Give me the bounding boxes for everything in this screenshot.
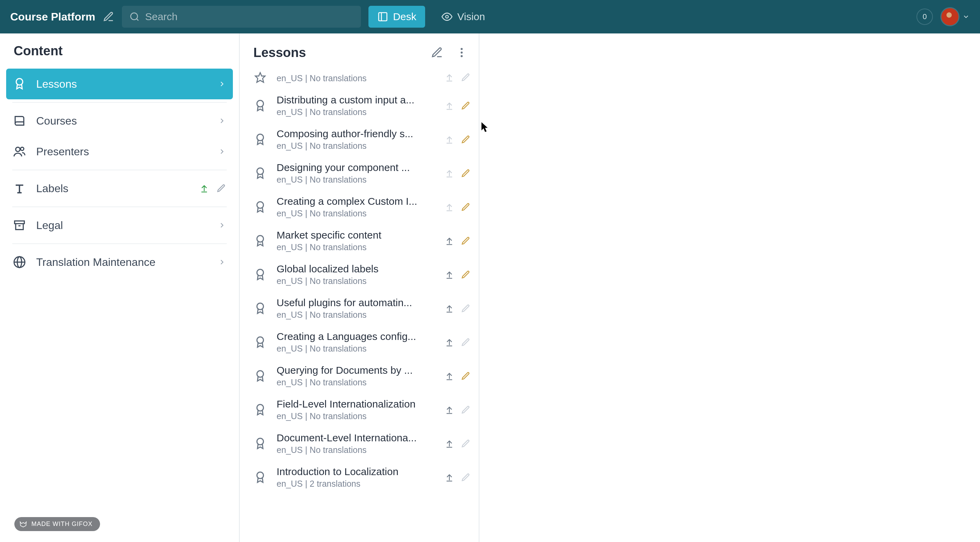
lesson-row[interactable]: Market specific contenten_US | No transl… bbox=[240, 224, 479, 258]
publish-icon[interactable] bbox=[445, 304, 454, 313]
sidebar-item-labels[interactable]: Labels bbox=[6, 173, 233, 204]
lesson-subtitle: en_US | No translations bbox=[277, 141, 436, 151]
lesson-row[interactable]: Creating a complex Custom I...en_US | No… bbox=[240, 190, 479, 224]
svg-line-1 bbox=[137, 19, 138, 21]
lesson-row[interactable]: Querying for Documents by ...en_US | No … bbox=[240, 359, 479, 393]
svg-point-31 bbox=[257, 303, 264, 310]
publish-icon[interactable] bbox=[445, 405, 454, 415]
lessons-title: Lessons bbox=[253, 45, 422, 60]
new-lesson-button[interactable] bbox=[428, 44, 446, 62]
ribbon-icon bbox=[252, 336, 268, 349]
compose-icon[interactable] bbox=[103, 11, 115, 22]
svg-point-0 bbox=[131, 13, 138, 20]
lesson-subtitle: en_US | No translations bbox=[277, 175, 436, 184]
avatar bbox=[940, 7, 959, 26]
lessons-list[interactable]: en_US | No translationsDistributing a cu… bbox=[240, 72, 479, 542]
lesson-row[interactable]: Designing your component ...en_US | No t… bbox=[240, 156, 479, 190]
search-icon bbox=[129, 12, 140, 22]
sidebar-item-label: Translation Maintenance bbox=[36, 256, 208, 269]
lesson-title: Distributing a custom input a... bbox=[277, 94, 436, 106]
lesson-row[interactable]: Introduction to Localizationen_US | 2 tr… bbox=[240, 461, 479, 494]
detail-area bbox=[479, 33, 980, 542]
edit-icon[interactable] bbox=[461, 473, 471, 482]
svg-point-33 bbox=[257, 337, 264, 343]
ribbon-icon bbox=[252, 99, 268, 112]
publish-icon[interactable] bbox=[445, 337, 454, 347]
publish-icon[interactable] bbox=[445, 73, 454, 82]
ribbon-icon bbox=[252, 133, 268, 146]
chevron-down-icon bbox=[962, 13, 970, 21]
sidebar-item-presenters[interactable]: Presenters bbox=[6, 136, 233, 167]
cursor-icon bbox=[482, 122, 490, 132]
ribbon-icon bbox=[252, 234, 268, 248]
lesson-subtitle: en_US | No translations bbox=[277, 344, 436, 354]
lessons-menu-button[interactable] bbox=[453, 44, 471, 62]
lesson-row[interactable]: Composing author-friendly s...en_US | No… bbox=[240, 122, 479, 156]
notification-count[interactable]: 0 bbox=[916, 8, 933, 25]
svg-point-14 bbox=[461, 48, 463, 50]
edit-icon[interactable] bbox=[461, 304, 471, 313]
svg-point-7 bbox=[21, 147, 24, 151]
lesson-title: Creating a Languages config... bbox=[277, 331, 436, 342]
svg-point-6 bbox=[16, 147, 20, 151]
divider bbox=[12, 102, 227, 103]
lesson-row[interactable]: Global localized labelsen_US | No transl… bbox=[240, 258, 479, 291]
edit-icon[interactable] bbox=[461, 168, 471, 178]
typography-icon bbox=[13, 182, 26, 195]
mode-desk-button[interactable]: Desk bbox=[368, 6, 425, 28]
edit-icon[interactable] bbox=[461, 101, 471, 111]
edit-icon[interactable] bbox=[216, 184, 226, 193]
sidebar-item-lessons[interactable]: Lessons bbox=[6, 68, 233, 99]
lesson-row[interactable]: Field-Level Internationalizationen_US | … bbox=[240, 393, 479, 427]
lesson-subtitle: en_US | No translations bbox=[277, 73, 436, 83]
sidebar-item-courses[interactable]: Courses bbox=[6, 105, 233, 136]
panels-icon bbox=[377, 11, 388, 22]
svg-point-37 bbox=[257, 404, 264, 411]
publish-icon[interactable] bbox=[445, 202, 454, 212]
edit-icon[interactable] bbox=[461, 135, 471, 145]
edit-icon[interactable] bbox=[461, 270, 471, 280]
edit-icon[interactable] bbox=[461, 236, 471, 246]
search-input[interactable] bbox=[145, 11, 353, 22]
lesson-row[interactable]: Creating a Languages config...en_US | No… bbox=[240, 325, 479, 359]
publish-icon[interactable] bbox=[445, 473, 454, 482]
mode-vision-button[interactable]: Vision bbox=[433, 6, 494, 28]
lesson-row[interactable]: Useful plugins for automatin...en_US | N… bbox=[240, 291, 479, 325]
sidebar-item-translation-maintenance[interactable]: Translation Maintenance bbox=[6, 247, 233, 278]
svg-rect-2 bbox=[379, 13, 387, 21]
edit-icon[interactable] bbox=[461, 337, 471, 347]
svg-point-16 bbox=[461, 55, 463, 57]
star-icon bbox=[252, 72, 268, 83]
edit-icon[interactable] bbox=[461, 73, 471, 82]
publish-icon[interactable] bbox=[199, 184, 209, 193]
publish-icon[interactable] bbox=[445, 168, 454, 178]
lesson-row[interactable]: en_US | No translations bbox=[240, 72, 479, 89]
ribbon-icon bbox=[252, 167, 268, 180]
edit-icon[interactable] bbox=[461, 202, 471, 212]
edit-icon[interactable] bbox=[461, 371, 471, 381]
ribbon-icon bbox=[252, 404, 268, 416]
search-field[interactable] bbox=[122, 6, 361, 28]
people-icon bbox=[13, 145, 26, 158]
lesson-row[interactable]: Distributing a custom input a...en_US | … bbox=[240, 89, 479, 122]
publish-icon[interactable] bbox=[445, 270, 454, 280]
lesson-row[interactable]: Document-Level Internationa...en_US | No… bbox=[240, 427, 479, 461]
lesson-title: Document-Level Internationa... bbox=[277, 432, 436, 444]
publish-icon[interactable] bbox=[445, 236, 454, 246]
edit-icon[interactable] bbox=[461, 405, 471, 415]
lesson-title: Useful plugins for automatin... bbox=[277, 297, 436, 308]
publish-icon[interactable] bbox=[445, 101, 454, 111]
user-menu[interactable] bbox=[940, 7, 970, 26]
publish-icon[interactable] bbox=[445, 135, 454, 145]
publish-icon[interactable] bbox=[445, 439, 454, 448]
edit-icon[interactable] bbox=[461, 439, 471, 448]
lesson-subtitle: en_US | No translations bbox=[277, 208, 436, 218]
ribbon-icon bbox=[252, 201, 268, 214]
publish-icon[interactable] bbox=[445, 371, 454, 381]
ribbon-icon bbox=[252, 471, 268, 484]
svg-point-41 bbox=[257, 472, 264, 478]
sidebar-item-legal[interactable]: Legal bbox=[6, 210, 233, 241]
lesson-subtitle: en_US | No translations bbox=[277, 310, 436, 320]
ribbon-icon bbox=[252, 302, 268, 315]
lesson-title: Querying for Documents by ... bbox=[277, 364, 436, 376]
